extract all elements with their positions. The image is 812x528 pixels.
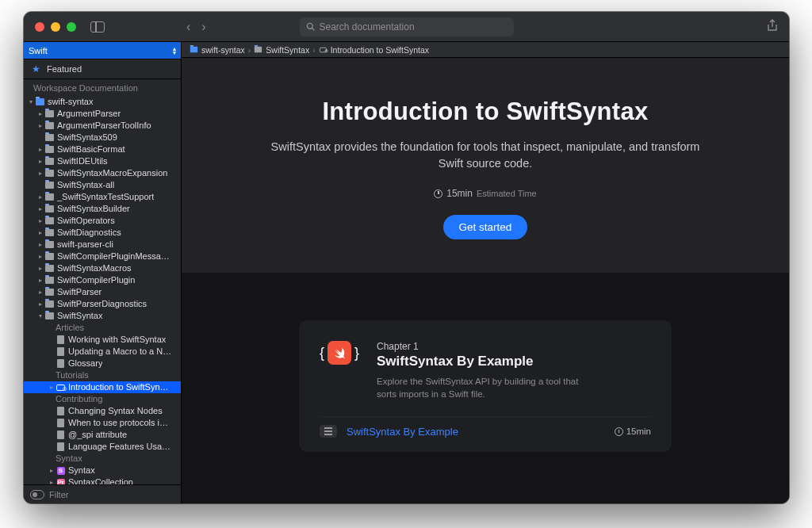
page-title: Introduction to SwiftSyntax (205, 98, 765, 126)
module-icon (44, 300, 55, 309)
nav-forward-button[interactable]: › (201, 20, 205, 34)
module-icon (44, 169, 55, 178)
module-swiftsyntax[interactable]: ▾ SwiftSyntax (24, 310, 181, 322)
chapter-label: Chapter 1 (377, 341, 599, 352)
tree-item[interactable]: @_spi attribute (24, 429, 181, 441)
tree-item[interactable]: ▸SwiftSyntaxMacroExpansion (24, 167, 181, 179)
module-icon (44, 240, 55, 250)
document-icon (56, 407, 66, 416)
tree-item[interactable]: ▸SwiftIDEUtils (24, 155, 181, 167)
breadcrumb-item[interactable]: swift-syntax (201, 45, 245, 55)
document-icon (56, 335, 66, 345)
tutorial-icon (56, 383, 66, 392)
group-articles: Articles (24, 322, 181, 334)
search-input[interactable]: Search documentation (300, 17, 514, 36)
document-icon (56, 359, 66, 369)
hero: Introduction to SwiftSyntax SwiftSyntax … (182, 58, 789, 273)
tree-item[interactable]: ▸PrSyntaxCollection (24, 476, 181, 484)
document-icon (56, 442, 66, 452)
tree-item[interactable]: ▸SwiftOperators (24, 215, 181, 227)
type-icon: Pr (56, 478, 66, 485)
tree-item[interactable]: Updating a Macro to a N… (24, 346, 181, 358)
tree-item-intro-tutorial[interactable]: ▸ Introduction to SwiftSyn… (24, 381, 181, 393)
tree-item[interactable]: ▸ArgumentParser (24, 108, 181, 120)
svg-point-0 (307, 23, 312, 29)
module-icon (44, 276, 55, 285)
tutorial-link[interactable]: SwiftSyntax By Example (347, 426, 458, 438)
group-contributing: Contributing (24, 393, 181, 405)
chapters-section: { } Chapter 1 SwiftSyntax By Example Exp… (182, 273, 789, 503)
module-icon (44, 216, 55, 226)
close-window-button[interactable] (35, 22, 44, 32)
tree-root[interactable]: ▾ swift-syntax (24, 96, 181, 108)
tree-item[interactable]: ▸swift-parser-cli (24, 239, 181, 251)
tree-item[interactable]: ▸_SwiftSyntaxTestSupport (24, 191, 181, 203)
nav-back-button[interactable]: ‹ (186, 20, 190, 34)
module-icon (44, 145, 55, 155)
clock-icon (434, 189, 442, 198)
tree-item[interactable]: ▸SwiftParserDiagnostics (24, 298, 181, 310)
toggle-sidebar-button[interactable] (90, 21, 105, 33)
breadcrumb-item[interactable]: Introduction to SwiftSyntax (331, 45, 429, 55)
swift-logo-icon (327, 341, 351, 365)
folder-icon (35, 98, 45, 107)
minimize-window-button[interactable] (51, 22, 60, 32)
list-icon (320, 425, 337, 438)
folder-icon (190, 45, 198, 54)
module-icon (44, 205, 55, 214)
tree-item[interactable]: ▸SwiftParser (24, 286, 181, 298)
share-button[interactable] (767, 19, 778, 34)
svg-line-1 (312, 29, 314, 31)
tree-item[interactable]: When to use protocols i… (24, 417, 181, 429)
tutorial-time: 15min (615, 427, 651, 436)
tree-item[interactable]: ▸SwiftDiagnostics (24, 227, 181, 239)
estimated-time: 15min Estimated Time (205, 188, 765, 199)
tree-item[interactable]: ▸SwiftSyntaxMacros (24, 262, 181, 274)
language-picker[interactable]: Swift ▴▾ (24, 42, 181, 59)
nav-arrows: ‹ › (186, 20, 206, 34)
tree-item[interactable]: ▸SwiftSyntaxBuilder (24, 203, 181, 215)
doc-page[interactable]: Introduction to SwiftSyntax SwiftSyntax … (182, 58, 789, 503)
type-icon: S (56, 466, 66, 476)
page-subtitle: SwiftSyntax provides the foundation for … (263, 139, 707, 172)
chapter-card: { } Chapter 1 SwiftSyntax By Example Exp… (299, 320, 672, 452)
workspace-doc-header: Workspace Documentation (24, 81, 181, 96)
navigator-tree[interactable]: Workspace Documentation ▾ swift-syntax ▸… (24, 79, 181, 484)
filter-icon (30, 490, 44, 499)
window-controls (24, 22, 76, 32)
titlebar: ‹ › Search documentation (24, 12, 789, 42)
content-pane: swift-syntax › SwiftSyntax › Introductio… (182, 42, 789, 503)
module-icon (44, 109, 55, 119)
module-icon (44, 264, 55, 274)
tree-item[interactable]: ▸SwiftCompilerPluginMessa… (24, 251, 181, 262)
clock-icon (615, 427, 623, 436)
filter-placeholder: Filter (49, 490, 68, 499)
tree-item[interactable]: ▸SwiftSyntax509 (24, 132, 181, 143)
module-icon (44, 312, 55, 321)
tree-item[interactable]: ▸SwiftSyntax-all (24, 179, 181, 191)
featured-tab[interactable]: Featured (47, 64, 82, 74)
filter-input[interactable]: Filter (24, 484, 181, 503)
document-icon (56, 430, 66, 440)
module-icon (44, 252, 55, 262)
tree-item[interactable]: ▸ArgumentParserToolInfo (24, 120, 181, 132)
tree-item[interactable]: ▸SwiftBasicFormat (24, 143, 181, 155)
module-icon (44, 157, 55, 166)
tree-item[interactable]: Working with SwiftSyntax (24, 334, 181, 346)
tree-item[interactable]: ▸SwiftCompilerPlugin (24, 274, 181, 286)
xcode-window: ‹ › Search documentation Swift ▴▾ ★ Feat… (24, 12, 789, 503)
module-icon (44, 228, 55, 238)
breadcrumb-item[interactable]: SwiftSyntax (266, 45, 309, 55)
tree-item[interactable]: Language Features Usa… (24, 441, 181, 453)
module-icon (44, 288, 55, 297)
tree-item[interactable]: Changing Syntax Nodes (24, 405, 181, 417)
search-placeholder: Search documentation (320, 21, 415, 33)
tutorial-link-row[interactable]: SwiftSyntax By Example 15min (320, 416, 651, 441)
module-icon (44, 121, 55, 131)
search-icon (306, 22, 315, 31)
tree-item[interactable]: ▸SSyntax (24, 465, 181, 476)
get-started-button[interactable]: Get started (443, 215, 528, 239)
zoom-window-button[interactable] (67, 22, 76, 32)
tree-item[interactable]: Glossary (24, 358, 181, 369)
document-icon (56, 347, 66, 357)
